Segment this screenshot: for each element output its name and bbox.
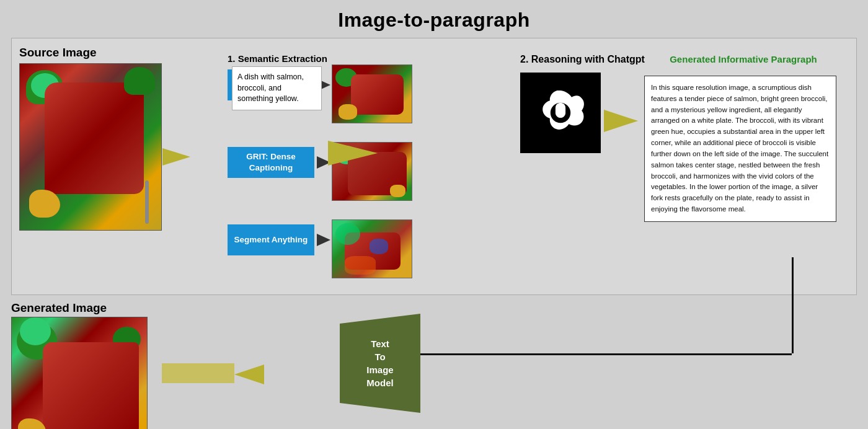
broccoli-right-decoration <box>124 67 155 95</box>
source-to-semantic-arrow <box>162 148 190 166</box>
segment-to-thumb-arrow <box>317 234 330 246</box>
gen-para-box: In this square resolution image, a scrum… <box>644 76 836 222</box>
source-image-section: Source Image <box>19 46 162 231</box>
semantic-label: 1. Semantic Extraction <box>228 53 327 64</box>
generated-label: Generated Image <box>11 301 857 315</box>
yellow-decoration <box>29 190 60 218</box>
seg-overlay-3 <box>345 256 376 275</box>
text-to-image-model: Text To Image Model <box>340 314 420 413</box>
fork-decoration <box>145 180 149 224</box>
reasoning-label: 2. Reasoning with Chatgpt <box>520 53 645 66</box>
source-image <box>19 63 162 231</box>
grit-button[interactable]: GRIT: Dense Captioning <box>228 147 314 178</box>
tti-to-gen-arrow-body <box>162 363 234 383</box>
chatgpt-logo <box>520 73 601 153</box>
seg-overlay-1 <box>335 223 360 245</box>
gen-para-title: Generated Informative Paragraph <box>644 53 843 66</box>
generated-image <box>11 317 148 429</box>
meat-decoration <box>45 82 144 194</box>
chatgpt-to-para-arrow <box>604 110 638 132</box>
caption-box: A dish with salmon, broccoli, and someth… <box>232 66 322 110</box>
openai-icon <box>533 85 588 141</box>
text-to-image-label: Text To Image Model <box>366 337 393 389</box>
thumb-3 <box>332 219 412 278</box>
main-title: Image-to-paragraph <box>0 0 868 38</box>
gen-meat <box>43 342 139 429</box>
thumb-1 <box>332 64 412 123</box>
source-image-label: Source Image <box>19 46 162 60</box>
seg-overlay-2 <box>370 239 388 254</box>
caption-to-reasoning-arrow <box>328 141 378 166</box>
gen-yellow <box>18 418 46 429</box>
segment-button[interactable]: Segment Anything <box>228 224 314 255</box>
top-panel: Source Image 1. Semantic Extraction BLIP… <box>11 38 857 295</box>
bottom-section: Generated Image Text To Image Model <box>11 295 857 429</box>
tti-to-gen-arrow <box>234 365 264 384</box>
